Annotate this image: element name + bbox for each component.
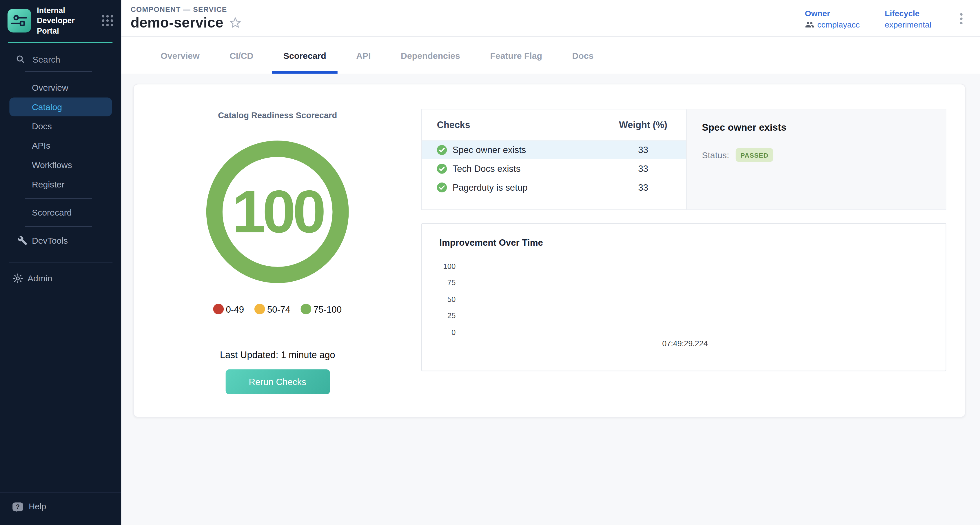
lifecycle-value: experimental [885, 20, 931, 29]
check-weight: 33 [606, 183, 680, 192]
page-title: demo-service [131, 14, 223, 31]
breadcrumb: COMPONENT — SERVICE [131, 5, 241, 13]
sidebar-item-scorecard[interactable]: Scorecard [9, 203, 112, 222]
tab-cicd[interactable]: CI/CD [215, 37, 268, 73]
apps-grid-icon[interactable] [100, 13, 115, 29]
chart-title: Improvement Over Time [439, 238, 931, 248]
sidebar-item-label: DevTools [32, 235, 68, 246]
check-row-pagerduty[interactable]: Pagerduty is setup 33 [422, 178, 686, 197]
tab-label: Scorecard [283, 51, 326, 60]
check-weight: 33 [606, 145, 680, 155]
search-icon [16, 54, 25, 64]
status-label: Status: [702, 150, 729, 160]
weight-column-header: Weight (%) [606, 119, 680, 130]
admin-label: Admin [27, 273, 52, 283]
improvement-chart-card: Improvement Over Time 100 75 50 25 0 07:… [421, 223, 947, 371]
entity-header-left: COMPONENT — SERVICE demo-service [131, 5, 241, 31]
check-passed-icon [437, 164, 447, 174]
check-detail-panel: Spec owner exists Status: PASSED [686, 109, 945, 209]
entity-tabs: Overview CI/CD Scorecard API Dependencie… [121, 37, 980, 73]
legend-item-mid: 50-74 [255, 304, 290, 314]
app-title: Internal Developer Portal [37, 5, 92, 36]
tab-feature-flag[interactable]: Feature Flag [475, 37, 557, 73]
legend-label: 0-49 [226, 304, 244, 314]
check-name: Tech Docs exists [453, 164, 521, 174]
sidebar-item-label: Docs [32, 121, 52, 131]
check-detail-title: Spec owner exists [702, 122, 931, 133]
sidebar-item-workflows[interactable]: Workflows [9, 156, 112, 174]
entity-header: COMPONENT — SERVICE demo-service Owner c [121, 0, 980, 37]
sidebar-item-admin[interactable]: Admin [0, 269, 121, 288]
sidebar-search[interactable]: Search [16, 54, 111, 64]
sidebar-divider [9, 262, 113, 262]
status-badge: PASSED [735, 148, 773, 162]
legend-item-low: 0-49 [213, 304, 244, 314]
sidebar-divider [25, 226, 92, 227]
y-axis-tick: 0 [439, 328, 455, 337]
check-passed-icon [437, 183, 447, 192]
legend-dot-amber-icon [255, 304, 266, 314]
rerun-checks-button[interactable]: Rerun Checks [226, 369, 330, 395]
check-weight: 33 [606, 164, 680, 174]
tab-api[interactable]: API [341, 37, 386, 73]
sidebar-header: Internal Developer Portal [0, 0, 121, 36]
legend-label: 75-100 [313, 304, 342, 314]
favorite-star-icon[interactable] [229, 16, 241, 29]
legend-item-high: 75-100 [301, 304, 342, 314]
lifecycle-block: Lifecycle experimental [885, 8, 931, 29]
y-axis-tick: 50 [439, 295, 455, 304]
check-row-tech-docs[interactable]: Tech Docs exists 33 [422, 159, 686, 178]
y-axis-tick: 100 [439, 262, 455, 270]
tab-label: API [356, 51, 371, 60]
sidebar-nav: Overview Catalog Docs APIs Workflows Reg… [0, 77, 121, 250]
x-axis-tick: 07:49:29.224 [662, 339, 708, 348]
checks-table: Checks Weight (%) Spec owner exists [422, 109, 686, 209]
checks-section: Checks Weight (%) Spec owner exists [421, 84, 965, 417]
tab-label: Docs [572, 51, 594, 60]
tab-dependencies[interactable]: Dependencies [386, 37, 475, 73]
sidebar-item-apis[interactable]: APIs [9, 136, 112, 155]
checks-table-header: Checks Weight (%) [422, 109, 686, 140]
sidebar: Internal Developer Portal Search Overvie… [0, 0, 121, 525]
entity-meta: Owner ccmplayacc Lifecycle experimental [805, 7, 966, 29]
logo-glyph-icon [11, 13, 27, 29]
lifecycle-label: Lifecycle [885, 8, 931, 18]
wrench-icon [18, 235, 27, 246]
check-name: Pagerduty is setup [453, 183, 528, 192]
tab-docs[interactable]: Docs [557, 37, 609, 73]
content-area: Catalog Readiness Scorecard 100 0-49 50-… [121, 74, 980, 525]
help-icon: ? [13, 502, 23, 511]
score-gauge-section: Catalog Readiness Scorecard 100 0-49 50-… [134, 84, 421, 417]
legend-dot-red-icon [213, 304, 224, 314]
sidebar-item-catalog[interactable]: Catalog [9, 97, 112, 116]
score-legend: 0-49 50-74 75-100 [213, 304, 342, 314]
sidebar-item-register[interactable]: Register [9, 175, 112, 194]
tab-label: CI/CD [229, 51, 253, 60]
tab-overview[interactable]: Overview [146, 37, 215, 73]
sidebar-item-label: Overview [32, 82, 68, 92]
sidebar-item-docs[interactable]: Docs [9, 117, 112, 135]
kebab-menu-icon[interactable] [956, 11, 966, 27]
sidebar-item-help[interactable]: ? Help [0, 492, 121, 525]
score-gauge: 100 [206, 140, 349, 283]
y-axis-tick: 25 [439, 311, 455, 320]
tab-scorecard[interactable]: Scorecard [268, 37, 341, 73]
check-row-spec-owner[interactable]: Spec owner exists 33 [422, 140, 686, 159]
y-axis-tick: 75 [439, 278, 455, 287]
app-window: Internal Developer Portal Search Overvie… [0, 0, 980, 525]
sidebar-item-devtools[interactable]: DevTools [9, 231, 112, 250]
owner-block: Owner ccmplayacc [805, 8, 860, 29]
sidebar-item-overview[interactable]: Overview [9, 78, 112, 97]
tab-label: Feature Flag [490, 51, 542, 60]
scorecard-title: Catalog Readiness Scorecard [218, 111, 337, 120]
help-label: Help [29, 502, 46, 511]
sidebar-item-label: Catalog [32, 102, 62, 112]
check-passed-icon [437, 145, 447, 155]
app-logo [8, 9, 31, 33]
chart-plot-area: 100 75 50 25 0 07:49:29.224 [439, 257, 931, 363]
last-updated-text: Last Updated: 1 minute ago [220, 349, 335, 360]
checks-panel: Checks Weight (%) Spec owner exists [421, 109, 947, 210]
legend-dot-green-icon [301, 304, 312, 314]
owner-link[interactable]: ccmplayacc [818, 20, 860, 29]
sidebar-item-label: Scorecard [32, 207, 72, 218]
